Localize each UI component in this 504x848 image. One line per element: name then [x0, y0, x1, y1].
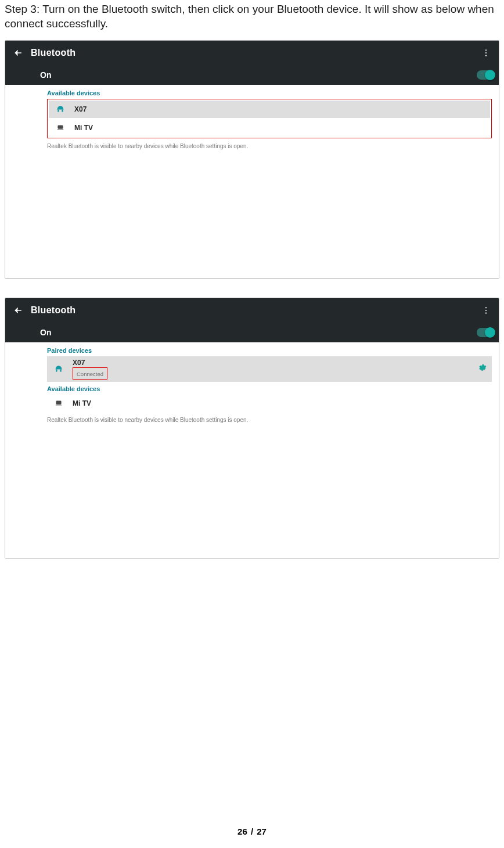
kebab-icon — [481, 306, 491, 315]
back-button[interactable] — [10, 48, 26, 58]
app-bar: Bluetooth — [5, 41, 499, 65]
appbar-title: Bluetooth — [31, 305, 75, 316]
svg-rect-4 — [58, 126, 63, 128]
svg-point-7 — [485, 307, 487, 309]
overflow-button[interactable] — [478, 306, 494, 315]
page-number: 26 / 27 — [0, 826, 504, 836]
toggle-row[interactable]: On — [5, 323, 499, 342]
section-paired-header: Paired devices — [47, 347, 492, 354]
device-status: Connected — [77, 371, 103, 377]
headphones-icon — [56, 105, 64, 113]
app-bar: Bluetooth — [5, 298, 499, 323]
arrow-left-icon — [13, 306, 23, 315]
on-label: On — [40, 70, 51, 80]
kebab-icon — [481, 48, 491, 58]
highlight-box: Connected — [73, 367, 107, 380]
laptop-icon — [56, 124, 64, 132]
device-name: Mi TV — [74, 124, 93, 132]
svg-point-2 — [485, 52, 487, 53]
visibility-note: Realtek Bluetooth is visible to nearby d… — [47, 143, 492, 149]
screenshot-1: Bluetooth On Available devices — [0, 38, 504, 284]
svg-point-9 — [485, 313, 487, 314]
arrow-left-icon — [13, 48, 23, 58]
device-row-mitv[interactable]: Mi TV — [47, 395, 492, 412]
device-name: Mi TV — [73, 399, 91, 407]
device-settings-button[interactable] — [478, 363, 487, 375]
on-label: On — [40, 328, 51, 337]
gear-icon — [478, 363, 487, 373]
visibility-note: Realtek Bluetooth is visible to nearby d… — [47, 417, 492, 423]
highlight-box: X07 Mi TV — [47, 99, 492, 138]
svg-point-3 — [485, 55, 487, 56]
device-row-mitv[interactable]: Mi TV — [49, 119, 490, 137]
section-available-header: Available devices — [47, 90, 492, 96]
section-available-header: Available devices — [47, 385, 492, 392]
svg-point-8 — [485, 310, 487, 311]
appbar-title: Bluetooth — [31, 48, 75, 58]
screenshot-2: Bluetooth On Paired devices — [0, 295, 504, 563]
step-intro: Step 3: Turn on the Bluetooth switch, th… — [0, 0, 504, 38]
back-button[interactable] — [10, 306, 26, 315]
device-name: X07 — [73, 359, 107, 367]
device-row-x07[interactable]: X07 — [49, 101, 490, 118]
bluetooth-toggle[interactable] — [477, 70, 494, 80]
svg-point-1 — [485, 50, 487, 51]
headphones-icon — [55, 365, 63, 373]
device-name: X07 — [74, 105, 87, 113]
device-row-x07[interactable]: X07 Connected — [47, 356, 492, 382]
svg-rect-10 — [56, 401, 61, 404]
overflow-button[interactable] — [478, 48, 494, 58]
toggle-row[interactable]: On — [5, 65, 499, 85]
bluetooth-toggle[interactable] — [477, 328, 494, 337]
laptop-icon — [55, 399, 63, 407]
